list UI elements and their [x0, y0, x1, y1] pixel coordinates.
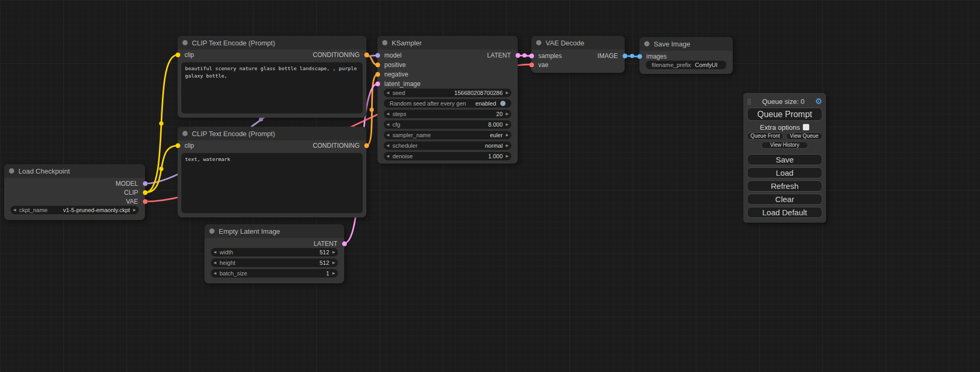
negative-prompt-textarea[interactable]: text, watermark	[181, 153, 363, 213]
increment-arrow-icon[interactable]: ▶	[506, 91, 509, 95]
output-slot-clip[interactable]	[143, 190, 148, 195]
increment-arrow-icon[interactable]: ▶	[333, 251, 335, 254]
input-slot-negative[interactable]	[375, 72, 380, 77]
node-ksampler[interactable]: KSampler model LATENT positive negative …	[377, 36, 518, 164]
extra-options-checkbox[interactable]	[803, 124, 809, 130]
widget-label: height	[219, 260, 235, 266]
collapse-dot[interactable]	[382, 40, 387, 45]
queue-prompt-button[interactable]: Queue Prompt	[747, 108, 822, 121]
clear-button[interactable]: Clear	[747, 194, 822, 205]
decrement-arrow-icon[interactable]: ◀	[214, 261, 216, 265]
widget-steps[interactable]: ◀ steps 20 ▶	[384, 110, 511, 118]
node-clip-text-encode-positive[interactable]: CLIP Text Encode (Prompt) clip CONDITION…	[178, 36, 366, 118]
widget-scheduler[interactable]: ◀ scheduler normal ▶	[384, 141, 511, 150]
collapse-dot[interactable]	[209, 228, 215, 234]
load-button[interactable]: Load	[747, 167, 822, 178]
collapse-dot[interactable]	[9, 168, 14, 174]
output-slot-label: LATENT	[314, 240, 344, 247]
widget-ckpt-name[interactable]: ◀ ckpt_name v1-5-pruned-emaonly.ckpt ▶	[11, 206, 139, 214]
output-slot-label: CONDITIONING	[313, 51, 366, 59]
widget-label: batch_size	[219, 270, 247, 276]
output-slot-latent[interactable]	[516, 53, 520, 58]
widget-random-seed-toggle[interactable]: Random seed after every gen enabled	[384, 99, 511, 108]
widget-label: ckpt_name	[19, 207, 47, 213]
increment-arrow-icon[interactable]: ▶	[333, 272, 335, 275]
increment-arrow-icon[interactable]: ▶	[506, 112, 509, 116]
output-slot-image[interactable]	[623, 53, 627, 58]
node-load-checkpoint[interactable]: Load Checkpoint MODEL CLIP VAE ◀ ckpt_na…	[4, 164, 145, 220]
increment-arrow-icon[interactable]: ▶	[506, 133, 509, 137]
increment-arrow-icon[interactable]: ▶	[506, 123, 509, 127]
input-slot-latent-image[interactable]	[375, 82, 380, 87]
input-slot-samples[interactable]	[529, 53, 534, 58]
widget-height[interactable]: ◀ height 512 ▶	[211, 259, 338, 267]
widget-filename-prefix[interactable]: filename_prefix ComfyUI	[646, 61, 726, 69]
input-slot-images[interactable]	[637, 54, 642, 59]
output-slot-model[interactable]	[143, 181, 148, 186]
input-slot-clip[interactable]	[176, 53, 180, 58]
input-slot-clip[interactable]	[176, 144, 180, 148]
node-title: CLIP Text Encode (Prompt)	[192, 39, 275, 47]
node-save-image[interactable]: Save Image images filename_prefix ComfyU…	[639, 37, 733, 74]
decrement-arrow-icon[interactable]: ◀	[214, 251, 216, 254]
decrement-arrow-icon[interactable]: ◀	[386, 144, 389, 148]
decrement-arrow-icon[interactable]: ◀	[386, 91, 389, 95]
positive-prompt-textarea[interactable]: beautiful scenery nature glass bottle la…	[181, 62, 363, 113]
node-title-bar[interactable]: CLIP Text Encode (Prompt)	[178, 127, 366, 140]
widget-sampler-name[interactable]: ◀ sampler_name euler ▶	[384, 131, 511, 139]
node-title-bar[interactable]: Empty Latent Image	[205, 224, 344, 238]
output-slot-latent[interactable]	[342, 241, 347, 246]
input-slot-model[interactable]	[375, 53, 380, 58]
widget-seed[interactable]: ◀ seed 156680208700286 ▶	[384, 89, 511, 97]
decrement-arrow-icon[interactable]: ◀	[13, 208, 16, 212]
decrement-arrow-icon[interactable]: ◀	[386, 123, 389, 127]
widget-width[interactable]: ◀ width 512 ▶	[211, 248, 338, 256]
queue-menu-panel[interactable]: ⣿ Queue size: 0 ⚙ Queue Prompt Extra opt…	[743, 93, 826, 223]
increment-arrow-icon[interactable]: ▶	[506, 144, 509, 148]
collapse-dot[interactable]	[644, 41, 649, 46]
view-queue-button[interactable]: View Queue	[786, 132, 822, 140]
input-slot-vae[interactable]	[529, 62, 534, 67]
node-title-bar[interactable]: CLIP Text Encode (Prompt)	[178, 36, 366, 50]
decrement-arrow-icon[interactable]: ◀	[386, 155, 389, 158]
node-empty-latent-image[interactable]: Empty Latent Image LATENT ◀ width 512 ▶ …	[205, 224, 344, 283]
settings-gear-icon[interactable]: ⚙	[816, 98, 822, 106]
widget-denoise[interactable]: ◀ denoise 1.000 ▶	[384, 152, 511, 160]
input-slot-positive[interactable]	[375, 63, 380, 68]
toggle-dot[interactable]	[500, 101, 506, 106]
output-slot-conditioning[interactable]	[364, 53, 369, 58]
decrement-arrow-icon[interactable]: ◀	[386, 112, 389, 116]
decrement-arrow-icon[interactable]: ◀	[386, 133, 389, 137]
widget-value: 512	[235, 260, 329, 266]
queue-front-button[interactable]: Queue Front	[747, 132, 783, 140]
node-graph-canvas[interactable]: Load Checkpoint MODEL CLIP VAE ◀ ckpt_na…	[0, 0, 980, 372]
refresh-button[interactable]: Refresh	[747, 180, 822, 192]
collapse-dot[interactable]	[536, 40, 541, 45]
input-slot-label: images	[639, 53, 667, 60]
output-slot-label: MODEL	[115, 180, 145, 187]
view-history-button[interactable]: View History	[761, 141, 808, 149]
widget-value: 156680208700286	[405, 90, 502, 96]
collapse-dot[interactable]	[182, 40, 188, 45]
increment-arrow-icon[interactable]: ▶	[506, 155, 509, 158]
decrement-arrow-icon[interactable]: ◀	[214, 272, 216, 275]
node-title-bar[interactable]: VAE Decode	[531, 36, 625, 50]
widget-batch-size[interactable]: ◀ batch_size 1 ▶	[211, 269, 338, 278]
save-button[interactable]: Save	[747, 154, 822, 165]
output-slot-conditioning[interactable]	[364, 144, 369, 148]
node-title-bar[interactable]: KSampler	[377, 36, 518, 50]
widget-cfg[interactable]: ◀ cfg 8.000 ▶	[384, 120, 511, 129]
node-vae-decode[interactable]: VAE Decode samples IMAGE vae	[531, 36, 625, 73]
widget-value: 512	[233, 249, 329, 255]
increment-arrow-icon[interactable]: ▶	[333, 261, 335, 265]
drag-handle-icon[interactable]: ⣿	[747, 98, 751, 105]
node-title-bar[interactable]: Save Image	[639, 37, 733, 51]
load-default-button[interactable]: Load Default	[747, 207, 822, 218]
node-title-bar[interactable]: Load Checkpoint	[4, 164, 145, 178]
increment-arrow-icon[interactable]: ▶	[133, 208, 136, 212]
wire-clip-to-negative-encode	[145, 146, 178, 193]
node-clip-text-encode-negative[interactable]: CLIP Text Encode (Prompt) clip CONDITION…	[178, 127, 366, 217]
output-slot-vae[interactable]	[143, 199, 148, 204]
collapse-dot[interactable]	[182, 131, 188, 136]
input-slot-label: positive	[377, 61, 406, 69]
